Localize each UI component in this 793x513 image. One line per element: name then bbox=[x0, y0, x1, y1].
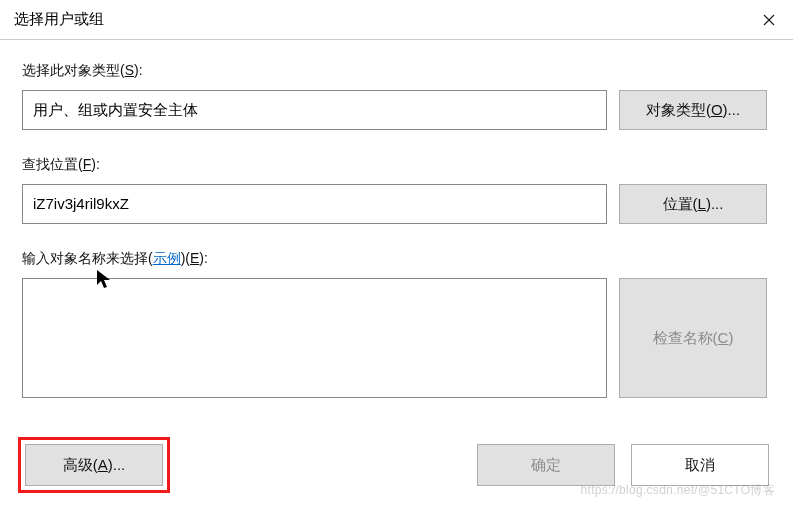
cancel-button[interactable]: 取消 bbox=[631, 444, 769, 486]
location-field: iZ7iv3j4ril9kxZ bbox=[22, 184, 607, 224]
dialog-footer: 高级(A)... 确定 取消 bbox=[22, 437, 769, 493]
advanced-button[interactable]: 高级(A)... bbox=[25, 444, 163, 486]
object-type-label: 选择此对象类型(S): bbox=[22, 62, 767, 80]
object-names-input[interactable] bbox=[22, 278, 607, 398]
object-type-field: 用户、组或内置安全主体 bbox=[22, 90, 607, 130]
examples-link[interactable]: 示例 bbox=[153, 250, 181, 266]
location-label: 查找位置(F): bbox=[22, 156, 767, 174]
close-icon bbox=[763, 14, 775, 26]
object-names-label: 输入对象名称来选择(示例)(E): bbox=[22, 250, 767, 268]
dialog-body: 选择此对象类型(S): 用户、组或内置安全主体 对象类型(O)... 查找位置(… bbox=[0, 40, 793, 414]
locations-button[interactable]: 位置(L)... bbox=[619, 184, 767, 224]
close-button[interactable] bbox=[745, 0, 793, 40]
check-names-button[interactable]: 检查名称(C) bbox=[619, 278, 767, 398]
object-types-button[interactable]: 对象类型(O)... bbox=[619, 90, 767, 130]
window-title: 选择用户或组 bbox=[14, 10, 104, 29]
ok-button[interactable]: 确定 bbox=[477, 444, 615, 486]
titlebar: 选择用户或组 bbox=[0, 0, 793, 40]
advanced-highlight: 高级(A)... bbox=[18, 437, 170, 493]
